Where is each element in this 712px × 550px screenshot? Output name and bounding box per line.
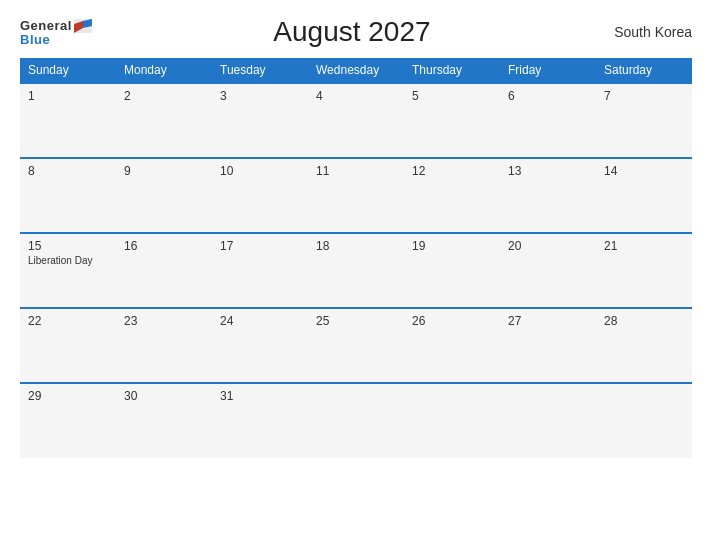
- day-number: 23: [124, 314, 204, 328]
- day-number: 28: [604, 314, 684, 328]
- calendar-cell: [404, 383, 500, 458]
- logo: General Blue: [20, 19, 92, 46]
- weekday-friday: Friday: [500, 58, 596, 83]
- day-number: 26: [412, 314, 492, 328]
- calendar-page: General Blue August 2027 South Korea Sun…: [0, 0, 712, 550]
- day-number: 8: [28, 164, 108, 178]
- calendar-cell: 31: [212, 383, 308, 458]
- calendar-cell: 7: [596, 83, 692, 158]
- weekday-monday: Monday: [116, 58, 212, 83]
- calendar-cell: 14: [596, 158, 692, 233]
- calendar-body: 123456789101112131415Liberation Day16171…: [20, 83, 692, 458]
- calendar-cell: 6: [500, 83, 596, 158]
- calendar-cell: [500, 383, 596, 458]
- day-number: 6: [508, 89, 588, 103]
- day-number: 22: [28, 314, 108, 328]
- calendar-cell: 16: [116, 233, 212, 308]
- calendar-cell: 22: [20, 308, 116, 383]
- calendar-cell: 29: [20, 383, 116, 458]
- calendar-week-row: 293031: [20, 383, 692, 458]
- day-number: 7: [604, 89, 684, 103]
- calendar-cell: 23: [116, 308, 212, 383]
- weekday-header-row: SundayMondayTuesdayWednesdayThursdayFrid…: [20, 58, 692, 83]
- weekday-wednesday: Wednesday: [308, 58, 404, 83]
- calendar-cell: 26: [404, 308, 500, 383]
- day-number: 15: [28, 239, 108, 253]
- calendar-cell: 4: [308, 83, 404, 158]
- logo-flag-icon: [74, 19, 92, 33]
- day-number: 1: [28, 89, 108, 103]
- calendar-cell: 24: [212, 308, 308, 383]
- calendar-cell: 21: [596, 233, 692, 308]
- calendar-cell: 10: [212, 158, 308, 233]
- calendar-cell: 17: [212, 233, 308, 308]
- day-number: 13: [508, 164, 588, 178]
- calendar-cell: 8: [20, 158, 116, 233]
- day-number: 29: [28, 389, 108, 403]
- day-number: 31: [220, 389, 300, 403]
- calendar-cell: 30: [116, 383, 212, 458]
- calendar-title: August 2027: [92, 16, 612, 48]
- calendar-cell: 27: [500, 308, 596, 383]
- calendar-week-row: 1234567: [20, 83, 692, 158]
- day-number: 5: [412, 89, 492, 103]
- day-number: 25: [316, 314, 396, 328]
- country-label: South Korea: [612, 24, 692, 40]
- calendar-cell: 25: [308, 308, 404, 383]
- calendar-cell: 18: [308, 233, 404, 308]
- weekday-tuesday: Tuesday: [212, 58, 308, 83]
- calendar-cell: 20: [500, 233, 596, 308]
- header: General Blue August 2027 South Korea: [20, 16, 692, 48]
- day-number: 18: [316, 239, 396, 253]
- day-number: 24: [220, 314, 300, 328]
- calendar-event: Liberation Day: [28, 255, 108, 266]
- calendar-cell: 3: [212, 83, 308, 158]
- day-number: 9: [124, 164, 204, 178]
- day-number: 2: [124, 89, 204, 103]
- weekday-sunday: Sunday: [20, 58, 116, 83]
- day-number: 11: [316, 164, 396, 178]
- day-number: 10: [220, 164, 300, 178]
- calendar-cell: 2: [116, 83, 212, 158]
- calendar-cell: 5: [404, 83, 500, 158]
- weekday-thursday: Thursday: [404, 58, 500, 83]
- day-number: 4: [316, 89, 396, 103]
- logo-general-text: General: [20, 19, 72, 32]
- day-number: 21: [604, 239, 684, 253]
- calendar-week-row: 22232425262728: [20, 308, 692, 383]
- calendar-cell: [308, 383, 404, 458]
- day-number: 27: [508, 314, 588, 328]
- calendar-cell: 13: [500, 158, 596, 233]
- day-number: 17: [220, 239, 300, 253]
- day-number: 19: [412, 239, 492, 253]
- calendar-cell: 15Liberation Day: [20, 233, 116, 308]
- calendar-cell: [596, 383, 692, 458]
- calendar-cell: 11: [308, 158, 404, 233]
- day-number: 20: [508, 239, 588, 253]
- calendar-cell: 12: [404, 158, 500, 233]
- calendar-cell: 9: [116, 158, 212, 233]
- calendar-header: SundayMondayTuesdayWednesdayThursdayFrid…: [20, 58, 692, 83]
- calendar-week-row: 15Liberation Day161718192021: [20, 233, 692, 308]
- calendar-cell: 1: [20, 83, 116, 158]
- calendar-week-row: 891011121314: [20, 158, 692, 233]
- weekday-saturday: Saturday: [596, 58, 692, 83]
- calendar-table: SundayMondayTuesdayWednesdayThursdayFrid…: [20, 58, 692, 458]
- day-number: 3: [220, 89, 300, 103]
- calendar-cell: 19: [404, 233, 500, 308]
- calendar-cell: 28: [596, 308, 692, 383]
- day-number: 16: [124, 239, 204, 253]
- day-number: 14: [604, 164, 684, 178]
- day-number: 12: [412, 164, 492, 178]
- day-number: 30: [124, 389, 204, 403]
- logo-blue-text: Blue: [20, 33, 50, 46]
